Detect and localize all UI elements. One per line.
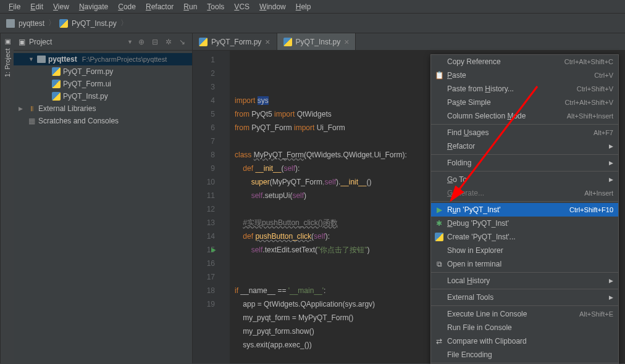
run-icon: ▶: [435, 205, 443, 214]
python-icon: [52, 92, 61, 101]
menu-code[interactable]: Code: [113, 1, 141, 12]
sidebar-rail[interactable]: 1: Project ▣: [0, 33, 14, 363]
menu-separator: [431, 201, 618, 202]
terminal-icon: ⧉: [435, 260, 443, 268]
ctx-external-tools[interactable]: External Tools▶: [431, 291, 618, 304]
ctx-label: Create 'PyQT_Inst'...: [447, 233, 516, 241]
file-name: PyQT_Inst.py: [63, 92, 108, 101]
shortcut: Ctrl+Alt+Shift+V: [564, 99, 613, 106]
line-number: 7: [195, 134, 215, 148]
ctx-label: Paste Simple: [447, 98, 491, 107]
tree-file[interactable]: PyQT_Form.ui: [14, 78, 192, 90]
shortcut: Ctrl+Shift+V: [577, 85, 613, 93]
ctx-label: Go To: [447, 175, 467, 184]
library-icon: ⫴: [27, 104, 36, 113]
file-name: PyQT_Form.py: [63, 67, 113, 76]
line-number: 14: [195, 230, 215, 243]
menu-separator: [431, 289, 618, 289]
project-header: ▣ Project ▼ ⊕ ⊟ ✲ ↘: [14, 33, 192, 51]
ctx-copy-reference[interactable]: Copy ReferenceCtrl+Alt+Shift+C: [431, 55, 618, 68]
line-number: 2: [195, 67, 215, 80]
line-number: 6: [195, 121, 215, 134]
ctx-run-pyqt-inst-[interactable]: ▶Run 'PyQT_Inst'Ctrl+Shift+F10: [431, 203, 618, 217]
ctx-find-usages[interactable]: Find UsagesAlt+F7: [431, 126, 618, 139]
scratches-label: Scratches and Consoles: [38, 117, 119, 125]
menu-view[interactable]: View: [48, 1, 74, 12]
hide-icon[interactable]: ↘: [177, 37, 187, 47]
close-icon[interactable]: ×: [265, 37, 270, 47]
ctx-label: Open in terminal: [447, 260, 501, 268]
tree-root[interactable]: ▼ pyqttest F:\PycharmProjects\pyqttest: [14, 53, 192, 65]
python-icon: [435, 233, 443, 241]
ctx-column-selection-mode[interactable]: Column Selection ModeAlt+Shift+Insert: [431, 109, 618, 123]
menu-window[interactable]: Window: [254, 1, 291, 12]
ctx-debug-pyqt-inst-[interactable]: ✱Debug 'PyQT_Inst': [431, 217, 618, 230]
project-view-icon: ▣: [19, 38, 25, 46]
folder-icon: [6, 19, 15, 28]
paste-icon: 📋: [435, 71, 443, 80]
menu-tools[interactable]: Tools: [202, 1, 229, 12]
line-number: 11: [195, 189, 215, 202]
menu-separator: [431, 171, 618, 172]
menu-edit[interactable]: Edit: [25, 1, 48, 12]
dropdown-icon[interactable]: ▼: [127, 39, 133, 45]
collapse-arrow-icon[interactable]: ▶: [19, 105, 25, 112]
menu-vcs[interactable]: VCS: [229, 1, 254, 12]
ctx-paste-simple[interactable]: Paste SimpleCtrl+Alt+Shift+V: [431, 96, 618, 109]
python-icon: [59, 19, 68, 28]
line-number: 8: [195, 148, 215, 162]
ctx-execute-line-in-console[interactable]: Execute Line in ConsoleAlt+Shift+E: [431, 307, 618, 321]
menu-file[interactable]: File: [4, 1, 25, 12]
settings-icon[interactable]: ⊕: [136, 37, 146, 47]
menu-separator: [431, 272, 618, 273]
ctx-paste[interactable]: 📋PasteCtrl+V: [431, 68, 618, 82]
ctx-label: Run 'PyQT_Inst': [447, 205, 501, 214]
ctx-show-in-explorer[interactable]: Show in Explorer: [431, 244, 618, 257]
expand-arrow-icon[interactable]: ▼: [28, 56, 35, 62]
menu-refactor[interactable]: Refactor: [141, 1, 178, 12]
ctx-label: Refactor: [447, 142, 475, 151]
tree-file[interactable]: PyQT_Inst.py: [14, 90, 192, 102]
rail-label: 1: Project ▣: [3, 38, 11, 77]
tree-external-libs[interactable]: ▶ ⫴ External Libraries: [14, 102, 192, 115]
ctx-create-pyqt-inst-[interactable]: Create 'PyQT_Inst'...: [431, 230, 618, 244]
line-number: 4: [195, 94, 215, 107]
ctx-open-in-terminal[interactable]: ⧉Open in terminal: [431, 257, 618, 271]
line-number: 5: [195, 107, 215, 121]
submenu-arrow-icon: ▶: [609, 294, 613, 300]
ctx-compare-with-clipboard[interactable]: ⇄Compare with Clipboard: [431, 334, 618, 348]
fold-gutter: [220, 51, 230, 363]
menu-help[interactable]: Help: [291, 1, 316, 12]
ctx-label: Local History: [447, 276, 490, 285]
ctx-run-file-in-console[interactable]: Run File in Console: [431, 321, 618, 334]
tree-file[interactable]: PyQT_Form.py: [14, 65, 192, 78]
submenu-arrow-icon: ▶: [609, 143, 613, 149]
line-number: 16: [195, 257, 215, 270]
submenu-arrow-icon: ▶: [609, 176, 613, 183]
debug-icon: ✱: [435, 219, 443, 228]
project-panel: ▣ Project ▼ ⊕ ⊟ ✲ ↘ ▼ pyqttest F:\Pychar…: [14, 33, 193, 363]
line-number: 17: [195, 270, 215, 284]
project-title[interactable]: Project: [29, 38, 124, 46]
editor-tab[interactable]: PyQT_Form.py×: [193, 33, 277, 50]
ctx-generate-[interactable]: Generate...Alt+Insert: [431, 186, 618, 200]
line-number: 3: [195, 80, 215, 94]
ctx-refactor[interactable]: Refactor▶: [431, 139, 618, 153]
shortcut: Ctrl+Alt+Shift+C: [564, 58, 613, 65]
ctx-local-history[interactable]: Local History▶: [431, 274, 618, 287]
tree-scratches[interactable]: ▦ Scratches and Consoles: [14, 115, 192, 127]
collapse-icon[interactable]: ⊟: [150, 37, 160, 47]
menu-run[interactable]: Run: [178, 1, 202, 12]
breadcrumb-file[interactable]: PyQT_Inst.py: [72, 19, 117, 28]
ctx-go-to[interactable]: Go To▶: [431, 173, 618, 186]
ctx-file-encoding[interactable]: File Encoding: [431, 348, 618, 362]
editor-tab[interactable]: PyQT_Inst.py×: [277, 33, 356, 50]
ctx-paste-from-history-[interactable]: Paste from History...Ctrl+Shift+V: [431, 82, 618, 96]
menu-navigate[interactable]: Navigate: [74, 1, 113, 12]
line-number: 9: [195, 162, 215, 175]
close-icon[interactable]: ×: [344, 37, 349, 47]
ctx-folding[interactable]: Folding▶: [431, 156, 618, 170]
breadcrumb-project[interactable]: pyqttest: [19, 19, 44, 28]
gear-icon[interactable]: ✲: [164, 37, 174, 47]
run-gutter-icon[interactable]: ▶: [211, 243, 216, 257]
